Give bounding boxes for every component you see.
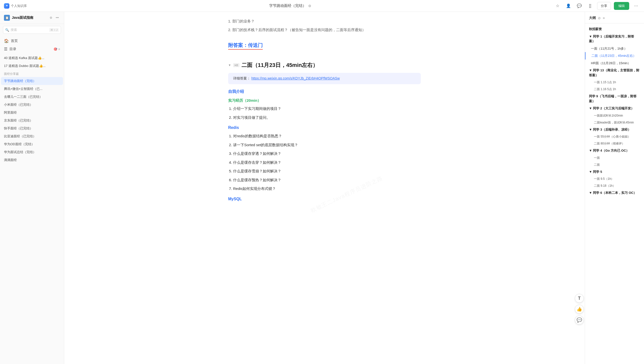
user-add-button[interactable]: 👤 bbox=[564, 2, 572, 10]
outline-item-s5-round2[interactable]: 二面 9.18（1h） bbox=[585, 182, 644, 189]
outline-item-student13[interactable]: ▼ 同学 13（商业化，主管面挂，附答案） bbox=[585, 67, 644, 79]
outline-item-s4-round2[interactable]: 二面 bbox=[585, 161, 644, 168]
share-button[interactable]: 分享 bbox=[597, 2, 611, 10]
list-item-kuaishou[interactable]: 快手面经（已完结） bbox=[1, 124, 63, 132]
redis-item-5: 什么是缓存雪崩？如何解决？ bbox=[233, 168, 421, 174]
chat-button[interactable]: 💬 bbox=[575, 2, 583, 10]
nav-toc-label: 目录 bbox=[10, 47, 16, 51]
h3-title: 二面（11月23日，45min左右） bbox=[242, 62, 318, 69]
list-item-jd[interactable]: 京东面经（已完结） bbox=[1, 116, 63, 124]
sidebar-item-home[interactable]: 🏠 首页 bbox=[2, 37, 62, 45]
outline-list-icon[interactable]: ≡ bbox=[603, 16, 605, 20]
list-item-kafka[interactable]: 40 道精选 Kafka 面试题👍... bbox=[1, 54, 63, 62]
doc-icon: 📋 bbox=[4, 15, 10, 21]
outline-item-s13-round2[interactable]: 二面 1.16 5点 1h bbox=[585, 86, 644, 92]
outline-item-s2-round2[interactable]: 二面leader面，面试时长45min bbox=[585, 119, 644, 126]
answer-link[interactable]: 附答案：传送门 bbox=[228, 42, 263, 50]
list-item-huawei-od[interactable]: 华为OD面经（完结） bbox=[1, 140, 63, 148]
comment-float-button[interactable]: 💬 bbox=[575, 316, 584, 324]
outline-item-salary[interactable]: 秋招薪资 bbox=[585, 26, 644, 33]
star-button[interactable]: ☆ bbox=[554, 2, 562, 10]
toc-icon: ☰ bbox=[4, 47, 8, 51]
apps-button[interactable]: ⣿ bbox=[586, 2, 594, 10]
prev-item-2-text: 2. 部门的技术栈？后序的面试流程？（被告知一面是没有问题的，二面等后序通知） bbox=[228, 28, 366, 32]
redis-item-7: Redis如何实现分布式锁？ bbox=[233, 186, 421, 192]
outline-item-student4[interactable]: ▼ 同学 4（Go 方向已 OC） bbox=[585, 147, 644, 154]
outline-header: 大纲 ⊘ ≡ bbox=[585, 16, 644, 24]
list-item-didi[interactable]: 滴滴面经 bbox=[1, 156, 63, 164]
list-item-qunar[interactable]: 去哪儿一二三面（已完结） bbox=[1, 93, 63, 101]
outline-item-s1-round1[interactable]: 一面（11月21号，1h多） bbox=[585, 45, 644, 52]
detail-box: 详细答案： https://mp.weixin.qq.com/s/KDYJb_Z… bbox=[228, 73, 421, 84]
redis-item-3: 什么是缓存穿透？如何解决？ bbox=[233, 150, 421, 157]
prev-content: 1. 部门的业务？ 2. 部门的技术栈？后序的面试流程？（被告知一面是没有问题的… bbox=[228, 18, 421, 33]
search-box[interactable]: 🔍 搜索 ⌘ + J bbox=[3, 26, 61, 34]
toc-settings-icon[interactable]: 🎯 bbox=[54, 48, 57, 51]
outline-item-s3-round2[interactable]: 二面 80分钟（很难评） bbox=[585, 140, 644, 147]
float-buttons: T 👍 💬 bbox=[575, 294, 584, 324]
internship-list: 介绍一下实习期间做的项目？ 对实习项目做了提问。 bbox=[228, 106, 421, 120]
prev-item-1: 1. 部门的业务？ bbox=[228, 18, 421, 24]
list-item-tencent[interactable]: 腾讯+微信+云智面经（已... bbox=[1, 85, 63, 93]
text-format-button[interactable]: T bbox=[575, 294, 584, 303]
breadcrumb-text: 个人知识库 bbox=[11, 4, 27, 8]
list-item-byd[interactable]: 比亚迪面经（已完结） bbox=[1, 132, 63, 140]
detail-label: 详细答案： bbox=[233, 76, 250, 80]
prev-item-1-text: 1. 部门的业务？ bbox=[228, 19, 254, 23]
outline-title: 大纲 bbox=[589, 16, 596, 20]
sidebar-search: 🔍 搜索 ⌘ + J bbox=[0, 24, 64, 36]
outline-item-student3[interactable]: ▼ 同学 3（后端补录、凉经） bbox=[585, 126, 644, 133]
content-area[interactable]: 欧敏王二Java程序员进阶之路 1. 部门的业务？ 2. 部门的技术栈？后序的面… bbox=[64, 12, 585, 364]
doc-settings-icon[interactable]: ⚙ bbox=[48, 15, 54, 20]
redis-item-1: 对redis的数据结构是否熟悉？ bbox=[233, 133, 421, 139]
topbar: ✦ 个人知识库 字节跳动面经（完结） ⚙ ☆ 👤 💬 ⣿ 分享 编辑 ⋯ bbox=[0, 0, 644, 12]
doc-title: Java面试指南 bbox=[12, 16, 46, 20]
list-item-dubbo[interactable]: 17 道精选 Dubbo 面试题👍... bbox=[1, 62, 63, 70]
list-item-xiaomi[interactable]: 小米面经（已完结） bbox=[1, 101, 63, 109]
outline-item-s4-round1[interactable]: 一面 bbox=[585, 154, 644, 161]
list-item-huawei[interactable]: 华为面试总结（完结） bbox=[1, 148, 63, 156]
outline-item-s3-round1[interactable]: 一面 55分钟（心善小姐姐） bbox=[585, 133, 644, 140]
outline-item-student2[interactable]: ▼ 同学 2（大三实习后端开发） bbox=[585, 105, 644, 112]
thumbs-up-button[interactable]: 👍 bbox=[575, 305, 584, 314]
list-item-bytedance[interactable]: 字节跳动面经（完结） bbox=[1, 77, 63, 85]
outline-item-s2-round1[interactable]: 一面面试时长1h20min bbox=[585, 112, 644, 119]
outline-item-student9[interactable]: 同学 9（飞书后端，一面凉，附答案） bbox=[585, 92, 644, 105]
outline-item-student6[interactable]: ▼ 同学 6（本科二本，实习 OC） bbox=[585, 189, 644, 196]
self-intro-label: 自我介绍 bbox=[228, 89, 421, 94]
outline-item-s5-round1[interactable]: 一面 9.5（1h） bbox=[585, 175, 644, 182]
topbar-actions: ☆ 👤 💬 ⣿ 分享 编辑 ⋯ bbox=[554, 2, 640, 10]
more-button[interactable]: ⋯ bbox=[632, 2, 640, 10]
nav-home-label: 首页 bbox=[11, 39, 18, 43]
outline-item-student5[interactable]: ▼ 同学 5 bbox=[585, 168, 644, 176]
sidebar-header-icons: ⚙ ••• bbox=[48, 15, 60, 20]
outline-filter-icon[interactable]: ⊘ bbox=[598, 16, 601, 20]
sidebar-item-toc[interactable]: ☰ 目录 🎯 ≡ bbox=[2, 45, 62, 53]
sidebar-list: 40 道精选 Kafka 面试题👍... 17 道精选 Dubbo 面试题👍..… bbox=[0, 54, 64, 164]
h3-tag: H3 bbox=[233, 63, 240, 67]
sidebar: 📋 Java面试指南 ⚙ ••• 🔍 搜索 ⌘ + J + 🏠 首页 ☰ 目录 bbox=[0, 12, 64, 364]
content-inner: 欧敏王二Java程序员进阶之路 1. 部门的业务？ 2. 部门的技术栈？后序的面… bbox=[228, 18, 421, 201]
doc-more-icon[interactable]: ••• bbox=[54, 15, 60, 20]
redis-item-2: 讲一下Sorted set的底层数据结构实现？ bbox=[233, 142, 421, 148]
detail-link[interactable]: https://mp.weixin.qq.com/s/KDYJb_ZjErbH4… bbox=[252, 76, 340, 80]
outline-item-student1[interactable]: ▼ 同学 1（后端开发实习，附答案） bbox=[585, 33, 644, 45]
page-title-bar: 字节跳动面经（完结） ⚙ bbox=[29, 4, 552, 8]
internship-item-2: 对实习项目做了提问。 bbox=[233, 114, 421, 121]
title-settings-icon[interactable]: ⚙ bbox=[308, 4, 312, 8]
toc-list-icon[interactable]: ≡ bbox=[58, 48, 60, 51]
outline-item-s1-hr[interactable]: HR面（11月28日，15min） bbox=[585, 60, 644, 67]
edit-button[interactable]: 编辑 bbox=[614, 2, 629, 10]
prev-item-2: 2. 部门的技术栈？后序的面试流程？（被告知一面是没有问题的，二面等后序通知） bbox=[228, 26, 421, 33]
h3-section: ▼ H3 二面（11月23日，45min左右） bbox=[228, 62, 421, 69]
internship-label: 实习经历（20min） bbox=[228, 98, 421, 103]
h3-toggle-icon[interactable]: ▼ bbox=[228, 64, 231, 67]
redis-list: 对redis的数据结构是否熟悉？ 讲一下Sorted set的底层数据结构实现？… bbox=[228, 133, 421, 192]
outline-item-s1-round2[interactable]: 二面（11月23日，45min左右） bbox=[585, 52, 644, 60]
list-item-alibaba[interactable]: 阿里面经 bbox=[1, 109, 63, 116]
outline-item-s13-round1[interactable]: 一面 1.15 1点 1h bbox=[585, 79, 644, 86]
sidebar-nav: 🏠 首页 ☰ 目录 🎯 ≡ bbox=[0, 36, 64, 54]
answer-section: 附答案：传送门 bbox=[228, 38, 421, 56]
mysql-label: MySQL bbox=[228, 197, 421, 201]
section-label-mianying: 面经分享篇 bbox=[1, 71, 63, 77]
